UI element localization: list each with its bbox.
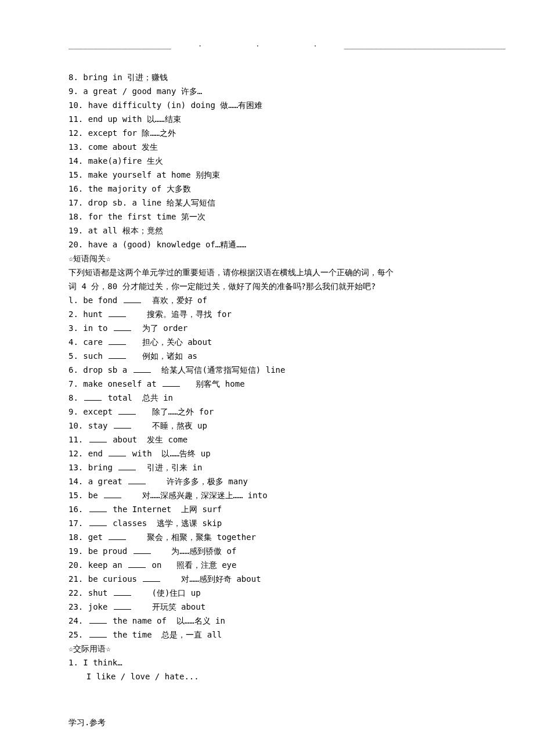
blank-underline xyxy=(124,296,141,303)
fill-post: (使)住口 up xyxy=(132,588,201,597)
fill-item: 4. care 担心，关心 about xyxy=(68,336,466,348)
phrase-line: 11. end up with 以……结束 xyxy=(68,113,466,125)
fill-pre: 5. such xyxy=(68,351,107,361)
blank-underline xyxy=(89,435,107,442)
fill-pre: 21. be curious xyxy=(68,574,142,584)
fill-pre: 8. xyxy=(68,393,83,402)
blank-underline xyxy=(118,407,136,415)
blank-underline xyxy=(109,532,126,540)
fill-item: 13. bring 引进，引来 in xyxy=(68,461,466,474)
section-phrase-gate-title: ☆短语闯关☆ xyxy=(68,252,466,265)
fill-item: 8. total 总共 in xyxy=(68,391,466,404)
fill-item: 20. keep an on 照看，注意 eye xyxy=(68,559,466,571)
blank-underline xyxy=(109,449,126,456)
fill-pre: 24. xyxy=(68,616,88,625)
fill-post: 别客气 home xyxy=(181,379,244,388)
fill-pre: 4. care xyxy=(68,337,107,347)
fill-pre: l. be fond xyxy=(68,296,122,305)
fill-pre: 13. bring xyxy=(68,463,117,472)
blank-underline xyxy=(109,337,126,345)
communication-line-1: 1. I think… xyxy=(68,656,466,669)
footer-text: 学习.参考 xyxy=(68,718,106,728)
fill-pre: 17. xyxy=(68,519,88,528)
fill-item: 12. end with 以……告终 up xyxy=(68,447,466,460)
rule-underscore-2: _________________________________ xyxy=(344,39,506,49)
fill-post: the time 总是，一直 all xyxy=(108,630,222,639)
fill-item: l. be fond 喜欢，爱好 of xyxy=(68,294,466,307)
fill-post: on 照看，注意 eye xyxy=(147,560,236,570)
fill-item: 7. make oneself at 别客气 home xyxy=(68,377,466,390)
fill-pre: 9. except xyxy=(68,407,117,416)
fill-item: 15. be 对……深感兴趣，深深迷上…… into xyxy=(68,489,466,502)
fill-item: 5. such 例如，诸如 as xyxy=(68,350,466,362)
fill-post: 聚会，相聚，聚集 together xyxy=(127,532,256,542)
fill-pre: 25. xyxy=(68,630,88,639)
rule-dot-1: . xyxy=(171,40,229,48)
fill-post: 为了 order xyxy=(132,323,187,333)
fill-in-blank-list: l. be fond 喜欢，爱好 of2. hunt 搜索。追寻，寻找 for3… xyxy=(68,294,466,641)
fill-item: 24. the name of 以……名义 in xyxy=(68,614,466,627)
fill-pre: 19. be proud xyxy=(68,546,132,556)
section-phrase-gate-intro-2: 词 4 分，80 分才能过关，你一定能过关，做好了闯关的准备吗?那么我们就开始吧… xyxy=(68,280,466,293)
fill-pre: 7. make oneself at xyxy=(68,379,161,388)
blank-underline xyxy=(114,588,131,596)
fill-pre: 18. get xyxy=(68,532,107,542)
blank-underline xyxy=(128,477,146,484)
blank-underline xyxy=(114,421,131,429)
section-communication-title: ☆交际用语☆ xyxy=(68,642,466,655)
blank-underline xyxy=(114,602,131,610)
header-rule: _____________________ . . . ____________… xyxy=(68,39,466,49)
fill-post: 除了……之外 for xyxy=(137,407,214,416)
phrase-line: 9. a great / good many 许多… xyxy=(68,85,466,98)
fill-post: 为……感到骄傲 of xyxy=(152,546,237,556)
fill-post: classes 逃学，逃课 skip xyxy=(108,519,222,528)
blank-underline xyxy=(109,351,126,359)
fill-item: 14. a great 许许多多，极多 many xyxy=(68,475,466,488)
blank-underline xyxy=(134,546,151,554)
fill-item: 3. in to 为了 order xyxy=(68,322,466,334)
fill-pre: 2. hunt xyxy=(68,309,107,319)
fill-post: the name of 以……名义 in xyxy=(108,616,225,625)
fill-item: 11. about 发生 come xyxy=(68,433,466,446)
fill-post: 担心，关心 about xyxy=(127,337,212,347)
phrase-line: 10. have difficulty (in) doing 做……有困难 xyxy=(68,99,466,111)
fill-item: 16. the Internet 上网 surf xyxy=(68,503,466,516)
phrase-line: 17. drop sb. a line 给某人写短信 xyxy=(68,196,466,209)
section-phrase-gate-intro-1: 下列短语都是这两个单元学过的重要短语，请你根据汉语在横线上填人一个正确的词，每个 xyxy=(68,266,466,279)
blank-underline xyxy=(89,519,107,526)
fill-pre: 16. xyxy=(68,505,88,514)
fill-post: 给某人写信(通常指写短信) line xyxy=(152,365,286,375)
fill-post: 对……感到好奇 about xyxy=(161,574,261,584)
fill-post: about 发生 come xyxy=(108,435,188,444)
fill-item: 17. classes 逃学，逃课 skip xyxy=(68,517,466,530)
blank-underline xyxy=(104,491,121,498)
phrase-line: 18. for the first time 第一次 xyxy=(68,210,466,223)
fill-pre: 6. drop sb a xyxy=(68,365,132,375)
fill-item: 10. stay 不睡，熬夜 up xyxy=(68,419,466,432)
fill-item: 6. drop sb a 给某人写信(通常指写短信) line xyxy=(68,363,466,376)
fill-post: 例如，诸如 as xyxy=(127,351,197,361)
fill-pre: 23. joke xyxy=(68,602,113,611)
phrase-line: 13. come about 发生 xyxy=(68,141,466,153)
blank-underline xyxy=(134,365,151,373)
fill-post: total 总共 in xyxy=(103,393,173,402)
phrase-line: 19. at all 根本；竟然 xyxy=(68,224,466,237)
phrase-line: 14. make(a)fire 生火 xyxy=(68,154,466,167)
fill-item: 25. the time 总是，一直 all xyxy=(68,628,466,641)
fill-pre: 3. in to xyxy=(68,323,113,333)
blank-underline xyxy=(89,616,107,624)
blank-underline xyxy=(163,379,180,387)
phrase-line: 12. except for 除……之外 xyxy=(68,127,466,139)
blank-underline xyxy=(84,393,102,401)
rule-dot-2: . xyxy=(229,40,286,48)
fill-item: 19. be proud 为……感到骄傲 of xyxy=(68,545,466,557)
phrase-line: 8. bring in 引进；赚钱 xyxy=(68,71,466,84)
fill-pre: 12. end xyxy=(68,449,107,458)
communication-line-2: I like / love / hate... xyxy=(68,670,466,683)
fill-pre: 20. keep an xyxy=(68,560,127,570)
fill-pre: 15. be xyxy=(68,491,103,500)
blank-underline xyxy=(118,463,136,470)
rule-underscore-1: _____________________ xyxy=(68,39,171,49)
fill-post: 喜欢，爱好 of xyxy=(142,296,207,305)
rule-dot-3: . xyxy=(286,40,344,48)
